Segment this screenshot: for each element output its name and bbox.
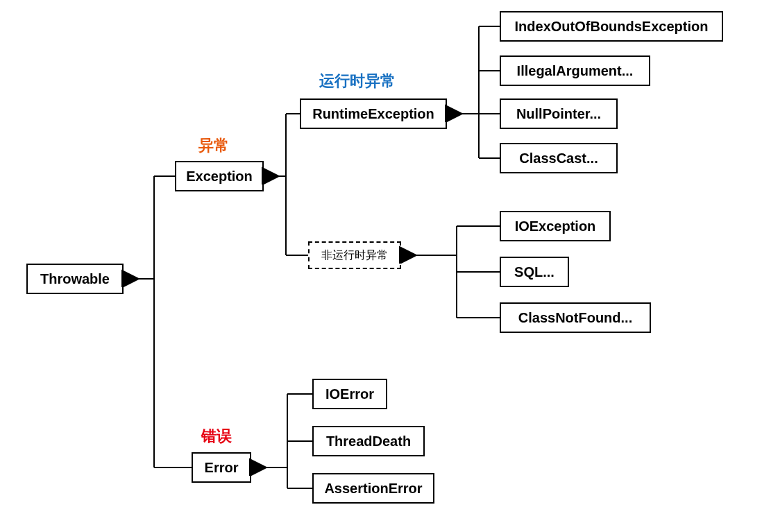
node-non-runtime: 非运行时异常 xyxy=(308,241,401,269)
annotation-exception: 异常 xyxy=(198,135,229,156)
node-error-child-1: ThreadDeath xyxy=(312,426,425,456)
node-throwable: Throwable xyxy=(26,264,124,294)
node-runtime-child-1: IllegalArgument... xyxy=(500,55,650,86)
node-runtime-child-2: NullPointer... xyxy=(500,98,618,129)
node-error-child-2: AssertionError xyxy=(312,473,434,504)
node-runtime-exception: RuntimeException xyxy=(300,98,447,129)
node-nonruntime-child-1: SQL... xyxy=(500,257,569,287)
node-error: Error xyxy=(192,452,251,483)
annotation-error: 错误 xyxy=(201,426,232,447)
node-runtime-child-0: IndexOutOfBoundsException xyxy=(500,11,723,42)
node-nonruntime-child-0: IOException xyxy=(500,211,611,241)
annotation-runtime: 运行时异常 xyxy=(319,71,396,92)
node-error-child-0: IOError xyxy=(312,379,387,409)
node-runtime-child-3: ClassCast... xyxy=(500,143,618,173)
node-nonruntime-child-2: ClassNotFound... xyxy=(500,302,651,333)
node-exception: Exception xyxy=(175,161,264,191)
